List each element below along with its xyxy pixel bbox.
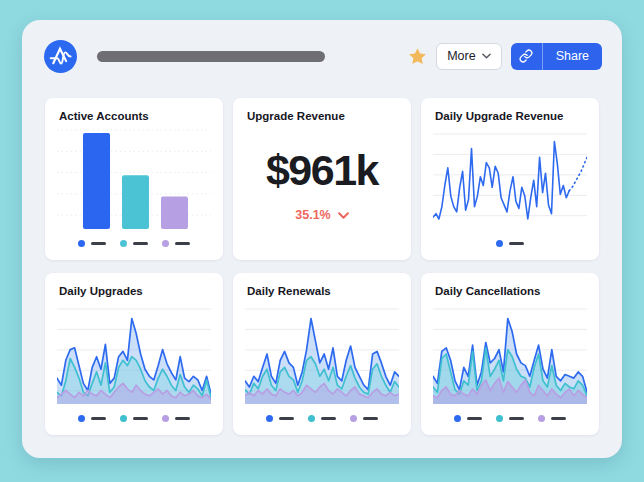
legend-item[interactable] <box>538 415 566 422</box>
header-actions: More Share <box>408 43 602 70</box>
legend-item[interactable] <box>162 240 190 247</box>
dashboard-header: More Share <box>22 20 622 92</box>
area-chart-canvas <box>57 308 211 404</box>
legend-label-placeholder <box>175 417 190 420</box>
bar-chart <box>57 129 211 229</box>
card-daily-upgrade-revenue[interactable]: Daily Upgrade Revenue <box>421 98 599 260</box>
chart-legend <box>57 410 211 426</box>
copy-link-button[interactable] <box>511 43 543 70</box>
card-title: Daily Upgrades <box>57 285 211 299</box>
legend-dot <box>162 240 169 247</box>
favorite-star-icon[interactable] <box>408 47 427 66</box>
legend-item[interactable] <box>496 240 524 247</box>
dashboard-panel: More Share Active Accounts <box>22 20 622 458</box>
legend-dot <box>454 415 461 422</box>
legend-dot <box>162 415 169 422</box>
chart-legend <box>57 235 211 251</box>
legend-dot <box>78 415 85 422</box>
area-chart <box>245 308 399 404</box>
legend-label-placeholder <box>551 417 566 420</box>
bar-chart-canvas <box>57 129 211 229</box>
chart-legend <box>433 235 587 251</box>
share-button[interactable]: Share <box>511 43 602 70</box>
metric-change-value: 35.1% <box>295 208 330 222</box>
more-button-label: More <box>447 49 475 63</box>
share-button-label: Share <box>543 49 602 63</box>
line-chart-canvas <box>433 133 587 229</box>
link-icon <box>519 49 533 63</box>
card-upgrade-revenue[interactable]: Upgrade Revenue $961k 35.1% <box>233 98 411 260</box>
chevron-down-icon <box>338 212 349 219</box>
legend-item[interactable] <box>78 415 106 422</box>
line-chart <box>433 133 587 229</box>
legend-dot <box>120 240 127 247</box>
legend-item[interactable] <box>120 415 148 422</box>
metric-value: $961k <box>266 146 378 195</box>
legend-item[interactable] <box>454 415 482 422</box>
legend-dot <box>308 415 315 422</box>
legend-dot <box>350 415 357 422</box>
legend-label-placeholder <box>321 417 336 420</box>
legend-label-placeholder <box>91 242 106 245</box>
chevron-down-icon <box>482 53 491 59</box>
area-chart <box>57 308 211 404</box>
legend-dot <box>266 415 273 422</box>
title-placeholder-bar <box>97 51 325 62</box>
area-chart-canvas <box>245 308 399 404</box>
legend-label-placeholder <box>509 417 524 420</box>
legend-label-placeholder <box>467 417 482 420</box>
legend-dot <box>496 415 503 422</box>
legend-dot <box>78 240 85 247</box>
legend-item[interactable] <box>78 240 106 247</box>
card-title: Daily Upgrade Revenue <box>433 110 587 124</box>
legend-label-placeholder <box>509 242 524 245</box>
legend-item[interactable] <box>266 415 294 422</box>
metric-body: $961k 35.1% <box>245 124 399 251</box>
legend-item[interactable] <box>162 415 190 422</box>
amplitude-logo-icon <box>44 40 77 73</box>
legend-dot <box>496 240 503 247</box>
more-button[interactable]: More <box>436 43 501 70</box>
card-daily-cancellations[interactable]: Daily Cancellations <box>421 273 599 435</box>
card-active-accounts[interactable]: Active Accounts <box>45 98 223 260</box>
area-chart-canvas <box>433 308 587 404</box>
area-chart <box>433 308 587 404</box>
legend-label-placeholder <box>133 417 148 420</box>
cards-grid: Active Accounts Upgrade Revenue $961k 35… <box>45 98 599 435</box>
legend-dot <box>538 415 545 422</box>
legend-label-placeholder <box>175 242 190 245</box>
chart-legend <box>433 410 587 426</box>
card-title: Daily Cancellations <box>433 285 587 299</box>
card-title: Upgrade Revenue <box>245 110 399 124</box>
legend-label-placeholder <box>363 417 378 420</box>
legend-item[interactable] <box>308 415 336 422</box>
legend-label-placeholder <box>91 417 106 420</box>
card-daily-renewals[interactable]: Daily Renewals <box>233 273 411 435</box>
chart-legend <box>245 410 399 426</box>
legend-label-placeholder <box>279 417 294 420</box>
card-daily-upgrades[interactable]: Daily Upgrades <box>45 273 223 435</box>
legend-dot <box>120 415 127 422</box>
legend-item[interactable] <box>496 415 524 422</box>
card-title: Daily Renewals <box>245 285 399 299</box>
legend-item[interactable] <box>350 415 378 422</box>
legend-item[interactable] <box>120 240 148 247</box>
card-title: Active Accounts <box>57 110 211 124</box>
metric-change-toggle[interactable]: 35.1% <box>295 208 348 222</box>
legend-label-placeholder <box>133 242 148 245</box>
